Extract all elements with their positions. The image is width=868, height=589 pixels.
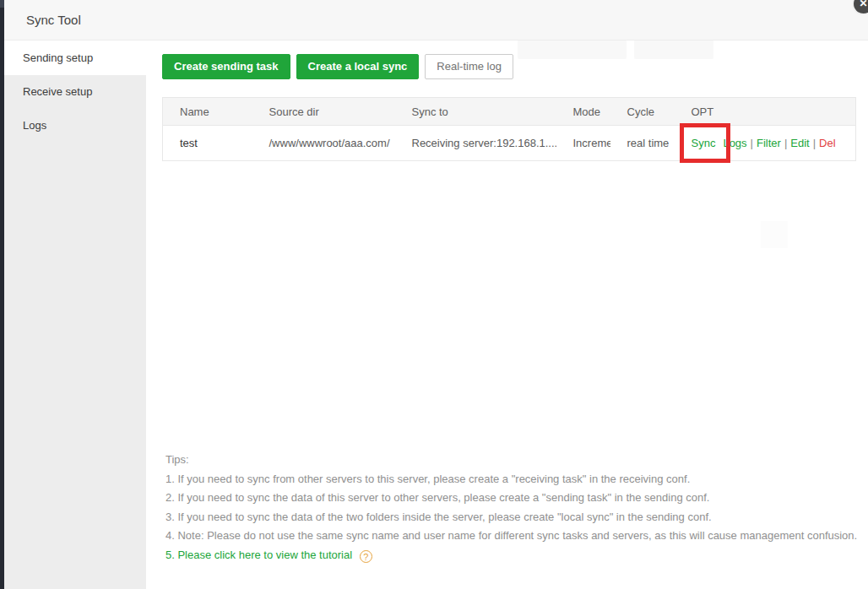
cell-actions: SyncLogs|Filter|Edit|Del xyxy=(675,126,856,161)
cell-task-name: test xyxy=(163,126,252,161)
page-title: Sync Tool xyxy=(26,0,81,41)
action-separator: | xyxy=(751,137,753,149)
column-header-source-dir: Source dir xyxy=(252,98,395,126)
create-sending-task-button[interactable]: Create sending task xyxy=(162,54,290,79)
tutorial-link[interactable]: 5. Please click here to view the tutoria… xyxy=(165,548,352,561)
ghost-artifact xyxy=(761,221,788,248)
toolbar: Create sending task Create a local sync … xyxy=(162,54,513,79)
logs-action-link[interactable]: Logs xyxy=(723,137,746,149)
cell-mode: Increment xyxy=(556,126,610,161)
ghost-artifact xyxy=(518,40,627,59)
realtime-log-button[interactable]: Real-time log xyxy=(425,54,513,79)
action-separator: | xyxy=(813,137,816,149)
tip-line-2: 2. If you need to sync the data of this … xyxy=(165,489,866,508)
table-row: test /www/wwwroot/aaa.com/ Receiving ser… xyxy=(163,126,856,161)
delete-action-link[interactable]: Del xyxy=(819,137,836,149)
column-header-mode: Mode xyxy=(556,98,610,126)
edit-action-link[interactable]: Edit xyxy=(790,137,809,149)
ghost-artifact xyxy=(634,40,713,59)
action-separator: | xyxy=(784,137,787,149)
cell-source-dir: /www/wwwroot/aaa.com/ xyxy=(252,126,395,161)
sidebar-item-logs[interactable]: Logs xyxy=(4,109,146,143)
tip-line-1: 1. If you need to sync from other server… xyxy=(165,470,866,489)
sidebar: Sending setup Receive setup Logs xyxy=(4,41,146,589)
sidebar-item-sending-setup[interactable]: Sending setup xyxy=(4,41,146,75)
tips-section: Tips: 1. If you need to sync from other … xyxy=(165,451,866,565)
cell-cycle: real time xyxy=(610,126,675,161)
column-header-name: Name xyxy=(163,98,252,126)
create-local-sync-button[interactable]: Create a local sync xyxy=(296,54,420,79)
tip-line-3: 3. If you need to sync the data of the t… xyxy=(165,508,866,527)
tips-heading: Tips: xyxy=(165,451,866,470)
column-header-cycle: Cycle xyxy=(610,98,675,126)
table-header-row: Name Source dir Sync to Mode Cycle OPT xyxy=(163,98,856,126)
sync-task-table: Name Source dir Sync to Mode Cycle OPT t… xyxy=(162,97,856,161)
help-icon[interactable]: ? xyxy=(360,550,372,563)
tip-line-4: 4. Note: Please do not use the same sync… xyxy=(165,527,866,546)
sync-action-link[interactable]: Sync xyxy=(692,137,716,149)
column-header-opt: OPT xyxy=(675,98,856,126)
dialog-header: Sync Tool xyxy=(4,0,868,41)
sidebar-item-receive-setup[interactable]: Receive setup xyxy=(4,75,146,109)
column-header-sync-to: Sync to xyxy=(395,98,556,126)
sync-tool-window: Sync Tool ✕ Sending setup Receive setup … xyxy=(0,0,868,589)
cell-sync-to: Receiving server:192.168.1.... xyxy=(395,126,556,161)
filter-action-link[interactable]: Filter xyxy=(757,137,781,149)
